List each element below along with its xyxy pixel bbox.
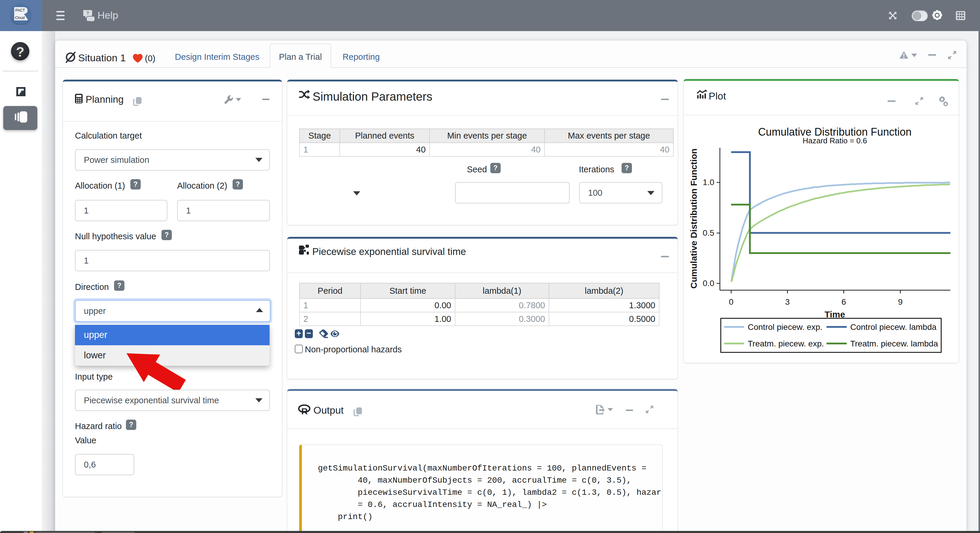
svg-text:Time: Time [824,309,845,319]
svg-text:PACT: PACT [15,8,25,13]
svg-text:3: 3 [785,297,790,306]
svg-text:1.0: 1.0 [703,178,714,187]
svg-text:R: R [301,406,308,415]
svg-text:Control piecew. exp.: Control piecew. exp. [748,322,822,332]
svg-text:Treatm. piecew. lambda: Treatm. piecew. lambda [850,339,938,348]
svg-text:0: 0 [729,297,733,306]
svg-text:Cumulative Distribution Functi: Cumulative Distribution Function [689,148,698,289]
svg-text:Treatm. piecew. exp.: Treatm. piecew. exp. [748,339,824,348]
svg-text:?: ? [86,10,89,16]
svg-text:0.5: 0.5 [703,228,714,238]
svg-text:9: 9 [898,297,903,306]
svg-text:6: 6 [842,297,846,306]
svg-text:0.0: 0.0 [703,279,714,288]
svg-text:Cloud: Cloud [15,16,25,20]
svg-text:Control piecew. lambda: Control piecew. lambda [850,322,937,332]
